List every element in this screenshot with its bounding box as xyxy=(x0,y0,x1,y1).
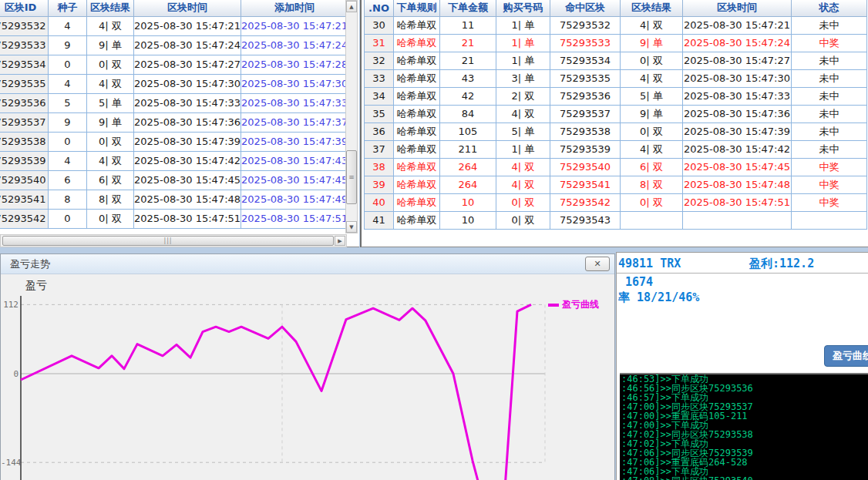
cell: 中奖 xyxy=(792,34,867,52)
table-row[interactable]: 7529353244| 双2025-08-30 15:47:212025-08-… xyxy=(0,16,348,35)
cell: 1| 单 xyxy=(496,52,550,69)
table-row[interactable]: 7529353655| 单2025-08-30 15:47:332025-08-… xyxy=(0,93,348,112)
vertical-scroll-thumb[interactable]: ≡ xyxy=(346,150,357,204)
table-row[interactable]: 31哈希单双211| 单752935339| 单2025-08-30 15:47… xyxy=(365,34,867,52)
close-icon[interactable]: ✕ xyxy=(585,257,610,271)
cell: 哈希单双 xyxy=(394,16,440,34)
cell: 0| 双 xyxy=(87,132,134,151)
cell: 211 xyxy=(440,140,496,158)
cell: 10 xyxy=(440,193,496,211)
cell: 哈希单双 xyxy=(394,158,440,176)
horizontal-scrollbar[interactable]: ||| ▶ xyxy=(0,234,347,247)
table-row[interactable]: 39哈希单双2644| 双752935418| 双2025-08-30 15:4… xyxy=(365,176,867,193)
cell: 39 xyxy=(365,176,394,193)
cell: 75293536 xyxy=(0,93,49,112)
cell: 未中 xyxy=(792,87,867,105)
cell: 2025-08-30 15:47:49 xyxy=(241,190,348,209)
table-row[interactable]: 7529353399| 单2025-08-30 15:47:242025-08-… xyxy=(0,35,348,55)
column-header[interactable]: 状态 xyxy=(792,0,867,16)
orders-table: .NO下单规则下单金额购买号码命中区块区块结果区块时间状态30哈希单双111| … xyxy=(364,0,867,230)
cell: 2025-08-30 15:47:33 xyxy=(683,87,792,105)
cell: 37 xyxy=(365,140,394,158)
column-header[interactable]: 种子 xyxy=(49,0,87,16)
cell: 2025-08-30 15:47:48 xyxy=(134,190,241,209)
column-header[interactable]: 命中区块 xyxy=(550,0,621,16)
table-row[interactable]: 33哈希单双433| 单752935354| 双2025-08-30 15:47… xyxy=(365,69,867,87)
orders-panel: .NO下单规则下单金额购买号码命中区块区块结果区块时间状态30哈希单双111| … xyxy=(360,0,868,247)
cell: 4| 双 xyxy=(87,151,134,170)
cell: 36 xyxy=(365,123,394,140)
scroll-right-icon[interactable]: ▶ xyxy=(335,236,345,246)
column-header[interactable]: 购买号码 xyxy=(496,0,550,16)
table-row[interactable]: 40哈希单双100| 双752935420| 双2025-08-30 15:47… xyxy=(365,193,867,211)
cell: 哈希单双 xyxy=(394,176,440,193)
table-row[interactable]: 7529354200| 双2025-08-30 15:47:512025-08-… xyxy=(0,209,348,228)
cell xyxy=(792,211,867,229)
cell: 75293541 xyxy=(550,176,621,193)
column-header[interactable]: 下单金额 xyxy=(440,0,496,16)
table-row[interactable]: 35哈希单双844| 双752935379| 单2025-08-30 15:47… xyxy=(365,105,867,123)
table-row[interactable]: 7529353400| 双2025-08-30 15:47:272025-08-… xyxy=(0,55,348,74)
cell: 4 xyxy=(49,151,87,170)
profit-value: 盈利:112.2 xyxy=(749,257,814,271)
cell: 34 xyxy=(365,87,394,105)
table-row[interactable]: 7529353800| 双2025-08-30 15:47:392025-08-… xyxy=(0,132,348,151)
profit-curve-button[interactable]: 盈亏曲线 xyxy=(824,345,868,367)
cell: 11 xyxy=(440,16,496,34)
column-header[interactable]: 下单规则 xyxy=(394,0,440,16)
cell: 中奖 xyxy=(792,158,867,176)
cell: 2025-08-30 15:47:45 xyxy=(241,170,348,190)
cell: 10 xyxy=(440,211,496,229)
cell: 3| 单 xyxy=(496,69,550,87)
cell: 75293535 xyxy=(0,74,49,93)
horizontal-scroll-thumb[interactable]: ||| xyxy=(2,236,334,246)
table-row[interactable]: 36哈希单双1055| 单752935380| 双2025-08-30 15:4… xyxy=(365,123,867,140)
cell: 2025-08-30 15:47:36 xyxy=(683,105,792,123)
cell: 2025-08-30 15:47:21 xyxy=(241,16,348,35)
table-row[interactable]: 7529353944| 双2025-08-30 15:47:422025-08-… xyxy=(0,151,348,170)
cell: 1| 单 xyxy=(496,16,550,34)
table-row[interactable]: 37哈希单双2111| 单752935394| 双2025-08-30 15:4… xyxy=(365,140,867,158)
column-header[interactable]: 区块时间 xyxy=(683,0,792,16)
table-row[interactable]: 41哈希单双100| 双75293543 xyxy=(365,211,867,229)
cell: 4| 双 xyxy=(621,69,683,87)
cell: 4 xyxy=(49,16,87,35)
table-row[interactable]: 7529353544| 双2025-08-30 15:47:302025-08-… xyxy=(0,74,348,93)
profit-line-chart xyxy=(1,274,614,480)
table-row[interactable]: 7529354188| 双2025-08-30 15:47:482025-08-… xyxy=(0,190,348,209)
scroll-up-icon[interactable]: ▲ xyxy=(346,1,357,12)
scroll-down-icon[interactable]: ▼ xyxy=(346,221,357,233)
column-header[interactable]: 添加时间 xyxy=(241,0,348,16)
table-row[interactable]: 32哈希单双211| 单752935340| 双2025-08-30 15:47… xyxy=(365,52,867,69)
table-row[interactable]: 34哈希单双422| 双752935365| 单2025-08-30 15:47… xyxy=(365,87,867,105)
column-header[interactable]: 区块时间 xyxy=(134,0,241,16)
cell: 0| 双 xyxy=(621,193,683,211)
cell: 9| 单 xyxy=(621,34,683,52)
table-row[interactable]: 7529353799| 单2025-08-30 15:47:362025-08-… xyxy=(0,112,348,132)
cell: 75293539 xyxy=(0,151,49,170)
cell: 哈希单双 xyxy=(394,211,440,229)
table-row[interactable]: 30哈希单双111| 单752935324| 双2025-08-30 15:47… xyxy=(365,16,867,34)
table-row[interactable]: 7529354066| 双2025-08-30 15:47:452025-08-… xyxy=(0,170,348,190)
column-header[interactable]: .NO xyxy=(365,0,394,16)
cell: 哈希单双 xyxy=(394,193,440,211)
column-header[interactable]: 区块结果 xyxy=(87,0,134,16)
cell: 5 xyxy=(49,93,87,112)
cell: 2025-08-30 15:47:48 xyxy=(683,176,792,193)
vertical-scrollbar[interactable]: ▲ ≡ ▼ xyxy=(345,0,358,233)
cell: 75293539 xyxy=(550,140,621,158)
cell: 6| 双 xyxy=(87,170,134,190)
cell: 4| 双 xyxy=(87,16,134,35)
cell: 30 xyxy=(365,16,394,34)
cell: 5| 单 xyxy=(496,123,550,140)
cell: 75293541 xyxy=(0,190,49,209)
column-header[interactable]: 区块结果 xyxy=(621,0,683,16)
cell: 9 xyxy=(49,112,87,132)
table-row[interactable]: 38哈希单双2644| 双752935406| 双2025-08-30 15:4… xyxy=(365,158,867,176)
chart-plot-area: 盈亏 1120-144 盈亏曲线 xyxy=(1,274,614,480)
column-header[interactable]: 区块ID xyxy=(0,0,49,16)
cell: 75293542 xyxy=(0,209,49,228)
window-title: 盈亏走势 xyxy=(10,257,50,271)
cell: 2025-08-30 15:47:21 xyxy=(683,16,792,34)
window-titlebar[interactable]: 盈亏走势 ✕ xyxy=(1,254,614,274)
